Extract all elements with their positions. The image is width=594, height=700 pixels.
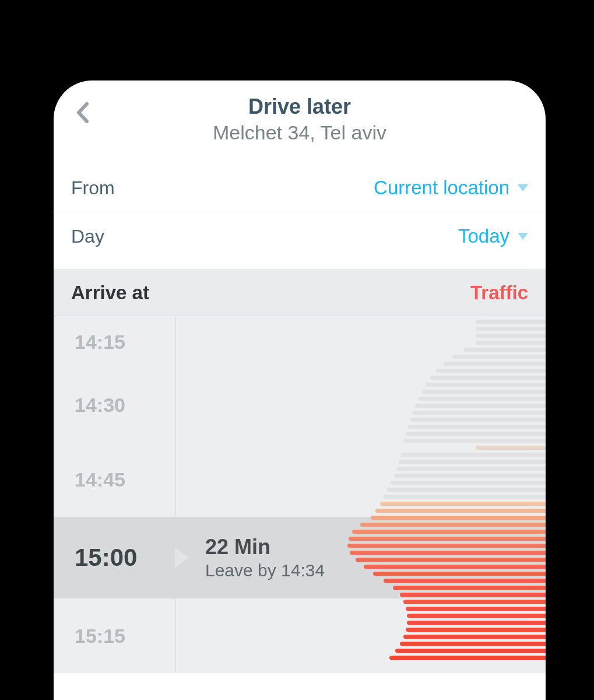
destination-subtitle: Melchet 34, Tel aviv xyxy=(97,121,502,144)
traffic-bar xyxy=(356,558,546,562)
traffic-bar xyxy=(406,628,546,632)
traffic-bar xyxy=(349,537,546,541)
traffic-bar xyxy=(400,642,546,646)
traffic-bar xyxy=(394,474,546,478)
traffic-bar xyxy=(403,635,546,639)
traffic-bar xyxy=(380,502,546,506)
from-value: Current location xyxy=(374,177,528,199)
time-label: 14:30 xyxy=(54,394,175,416)
traffic-bar xyxy=(375,509,546,513)
page-title: Drive later xyxy=(97,94,502,119)
traffic-bar xyxy=(413,411,546,415)
svg-marker-1 xyxy=(518,233,528,240)
traffic-bar xyxy=(407,621,546,625)
traffic-bar xyxy=(408,425,546,429)
traffic-bar xyxy=(350,551,546,555)
selected-info: 22 Min Leave by 14:34 xyxy=(175,535,325,580)
time-list[interactable]: 14:15 14:30 14:45 15:00 22 Min Leave by … xyxy=(54,316,546,673)
traffic-bar xyxy=(373,572,546,576)
traffic-bar xyxy=(476,334,546,338)
traffic-bar xyxy=(364,565,546,569)
from-value-text: Current location xyxy=(374,177,509,199)
traffic-bar xyxy=(352,530,546,534)
traffic-bar xyxy=(389,656,546,660)
traffic-bars xyxy=(336,316,546,673)
traffic-bar xyxy=(476,446,546,450)
traffic-bar xyxy=(399,460,546,464)
traffic-bar xyxy=(393,586,546,590)
phone-frame: Drive later Melchet 34, Tel aviv From Cu… xyxy=(37,64,562,700)
traffic-bar xyxy=(395,649,546,653)
chevron-down-icon xyxy=(518,233,528,240)
traffic-bar xyxy=(476,327,546,331)
traffic-bar xyxy=(476,341,546,345)
traffic-bar xyxy=(406,607,546,611)
leave-by-label: Leave by 14:34 xyxy=(205,561,325,580)
from-row[interactable]: From Current location xyxy=(54,164,546,212)
time-label: 15:15 xyxy=(54,625,175,648)
traffic-bar xyxy=(401,453,546,457)
time-label: 14:15 xyxy=(54,331,175,354)
traffic-bar xyxy=(430,376,546,380)
traffic-bar xyxy=(360,523,546,527)
traffic-bar xyxy=(347,544,546,548)
traffic-bar xyxy=(384,495,546,499)
chevron-left-icon xyxy=(75,102,89,124)
traffic-bar xyxy=(415,404,546,408)
traffic-label: Traffic xyxy=(470,282,528,304)
traffic-bar xyxy=(410,418,546,422)
traffic-bar xyxy=(403,439,546,443)
traffic-bar xyxy=(464,348,546,352)
day-row[interactable]: Day Today xyxy=(54,212,546,260)
traffic-bar xyxy=(406,432,546,436)
traffic-bar xyxy=(426,383,546,387)
duration-label: 22 Min xyxy=(205,535,325,559)
traffic-bar xyxy=(419,397,546,401)
back-button[interactable] xyxy=(68,98,97,127)
traffic-bar xyxy=(436,369,546,373)
traffic-bar xyxy=(391,481,546,485)
screen: Drive later Melchet 34, Tel aviv From Cu… xyxy=(54,80,546,700)
day-label: Day xyxy=(71,226,104,247)
traffic-bar xyxy=(407,614,546,618)
from-label: From xyxy=(71,177,115,199)
traffic-bar xyxy=(476,320,546,324)
arrive-at-label: Arrive at xyxy=(71,282,149,304)
traffic-bar xyxy=(452,355,546,359)
traffic-bar xyxy=(387,488,546,492)
traffic-bar xyxy=(396,467,546,471)
day-value-text: Today xyxy=(458,225,509,247)
title-block: Drive later Melchet 34, Tel aviv xyxy=(97,94,532,144)
traffic-bar xyxy=(400,593,546,597)
time-label: 14:45 xyxy=(54,468,175,491)
chevron-down-icon xyxy=(518,184,528,191)
header: Drive later Melchet 34, Tel aviv xyxy=(54,80,546,150)
time-label-selected: 15:00 xyxy=(54,544,175,572)
traffic-bar xyxy=(403,600,546,604)
column-header: Arrive at Traffic xyxy=(54,270,546,316)
traffic-bar xyxy=(384,579,546,583)
settings-rows: From Current location Day Today xyxy=(54,150,546,260)
traffic-bar xyxy=(444,362,546,366)
svg-marker-0 xyxy=(518,184,528,191)
traffic-bar xyxy=(422,390,546,394)
traffic-bar xyxy=(371,516,546,520)
day-value: Today xyxy=(458,225,528,247)
